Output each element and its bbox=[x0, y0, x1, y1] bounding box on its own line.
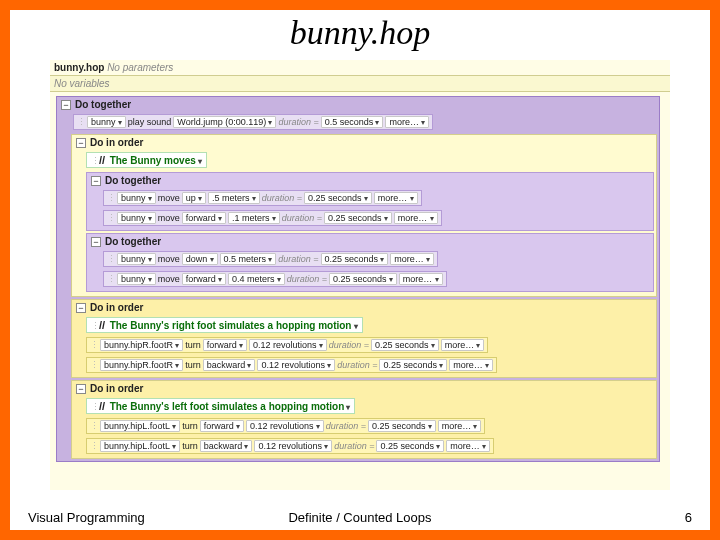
footer-center: Definite / Counted Loops bbox=[10, 510, 710, 525]
comment-left-foot[interactable]: ⋮// The Bunny's left foot simulates a ho… bbox=[86, 398, 355, 414]
do-in-order-leftfoot[interactable]: − Do in order ⋮// The Bunny's left foot … bbox=[71, 380, 657, 459]
slide: bunny.hop bunny.hop No parameters No var… bbox=[10, 10, 710, 530]
do-together-outer[interactable]: − Do together ⋮⋮ bunny play sound World.… bbox=[56, 96, 660, 462]
collapse-icon[interactable]: − bbox=[76, 138, 86, 148]
move-down-row[interactable]: ⋮⋮ bunny move down 0.5 meters duration =… bbox=[103, 251, 438, 267]
method-signature: bunny.hop No parameters bbox=[50, 60, 670, 75]
comment-bunny-moves[interactable]: ⋮// The Bunny moves bbox=[86, 152, 207, 168]
variables-bar: No variables bbox=[50, 75, 670, 92]
do-together-up-fwd[interactable]: − Do together ⋮⋮ bunny move up .5 meters… bbox=[86, 172, 654, 231]
do-together-down-fwd[interactable]: − Do together ⋮⋮ bunny move down 0.5 met… bbox=[86, 233, 654, 292]
collapse-icon[interactable]: − bbox=[91, 237, 101, 247]
do-in-order-moves[interactable]: − Do in order ⋮// The Bunny moves − Do t… bbox=[71, 134, 657, 297]
code-editor: bunny.hop No parameters No variables − D… bbox=[50, 60, 670, 490]
collapse-icon[interactable]: − bbox=[76, 303, 86, 313]
slide-title: bunny.hop bbox=[10, 10, 710, 54]
lfoot-turn-fwd-row[interactable]: ⋮⋮ bunny.hipL.footL turn forward 0.12 re… bbox=[86, 418, 485, 434]
collapse-icon[interactable]: − bbox=[61, 100, 71, 110]
rfoot-turn-fwd-row[interactable]: ⋮⋮ bunny.hipR.footR turn forward 0.12 re… bbox=[86, 337, 488, 353]
lfoot-turn-back-row[interactable]: ⋮⋮ bunny.hipL.footL turn backward 0.12 r… bbox=[86, 438, 494, 454]
rfoot-turn-back-row[interactable]: ⋮⋮ bunny.hipR.footR turn backward 0.12 r… bbox=[86, 357, 497, 373]
slide-footer: Visual Programming Definite / Counted Lo… bbox=[10, 504, 710, 530]
do-in-order-rightfoot[interactable]: − Do in order ⋮// The Bunny's right foot… bbox=[71, 299, 657, 378]
collapse-icon[interactable]: − bbox=[76, 384, 86, 394]
collapse-icon[interactable]: − bbox=[91, 176, 101, 186]
move-up-row[interactable]: ⋮⋮ bunny move up .5 meters duration = 0.… bbox=[103, 190, 422, 206]
footer-right: 6 bbox=[685, 510, 692, 525]
comment-right-foot[interactable]: ⋮// The Bunny's right foot simulates a h… bbox=[86, 317, 363, 333]
move-forward-row[interactable]: ⋮⋮ bunny move forward .1 meters duration… bbox=[103, 210, 442, 226]
move-forward2-row[interactable]: ⋮⋮ bunny move forward 0.4 meters duratio… bbox=[103, 271, 447, 287]
play-sound-row[interactable]: ⋮⋮ bunny play sound World.jump (0:00.119… bbox=[73, 114, 433, 130]
